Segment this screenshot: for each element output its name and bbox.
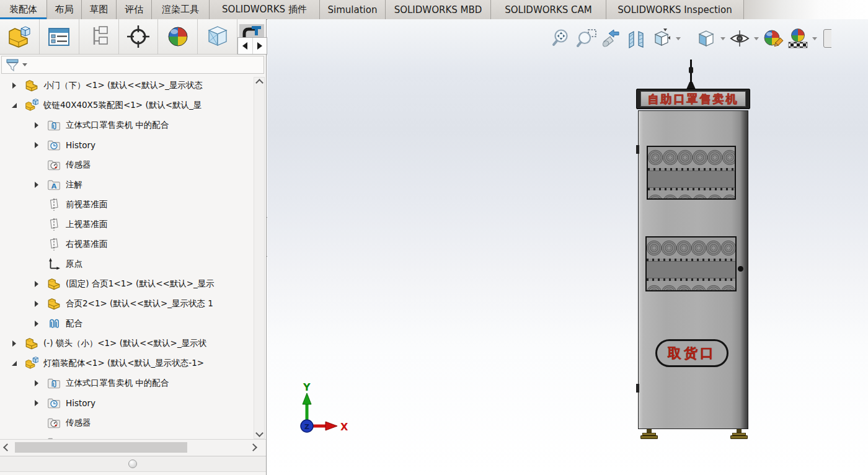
tree-item-mates-in-parent[interactable]: 立体式口罩售卖机 中的配合	[0, 373, 267, 393]
tree-item-sensors[interactable]: 传感器	[0, 155, 267, 175]
pickup-port[interactable]: 取货口	[655, 339, 728, 367]
command-toolbar	[0, 19, 267, 55]
hide-show-items-button[interactable]	[728, 27, 751, 50]
machine-foot-left	[640, 429, 658, 440]
zoom-to-area-button[interactable]	[575, 27, 599, 50]
machine-sign[interactable]: 自助口罩售卖机	[636, 89, 750, 109]
machine-antenna-node	[689, 67, 693, 73]
tree-item-sensors[interactable]: 传感器	[0, 413, 267, 433]
display-style-dropdown[interactable]	[719, 37, 727, 40]
section-view-button[interactable]	[625, 27, 649, 50]
flyout-right-arrow-button[interactable]	[253, 38, 267, 54]
dispenser-window-lower[interactable]	[645, 236, 737, 291]
edit-appearance-button[interactable]	[761, 27, 785, 50]
expand-arrow[interactable]	[30, 142, 43, 148]
filter-dropdown-caret[interactable]	[22, 63, 27, 66]
tree-item-top-plane[interactable]: 上视基准面	[0, 215, 267, 234]
assembly-part-button[interactable]	[0, 19, 40, 54]
tab-sw-cam[interactable]: SOLIDWORKS CAM	[491, 0, 606, 19]
view-orientation-icon	[651, 28, 672, 49]
tree-item-hinge-assembly[interactable]: 铰链40X40X5装配图<1> (默认<默认_显	[0, 95, 267, 115]
expand-arrow[interactable]	[30, 400, 43, 406]
tab-sw-addins[interactable]: SOLIDWORKS 插件	[210, 0, 320, 19]
view-settings-button[interactable]	[823, 29, 831, 48]
tree-item-history[interactable]: History	[0, 135, 267, 155]
left-arrow-icon	[242, 42, 247, 50]
display-style-button[interactable]	[694, 27, 718, 50]
tab-layout[interactable]: 布局	[47, 0, 82, 19]
expand-arrow[interactable]	[7, 82, 21, 89]
splitter-grip-icon[interactable]	[128, 459, 137, 468]
mates-folder-icon	[47, 376, 61, 390]
view-orientation-dropdown[interactable]	[675, 37, 682, 40]
glass-cube-button[interactable]	[198, 19, 237, 54]
component-list-icon	[46, 24, 72, 50]
expand-arrow[interactable]	[30, 321, 43, 327]
tree-filter-bar[interactable]	[1, 56, 264, 74]
tree-item-history[interactable]: History	[0, 393, 267, 413]
tab-evaluate[interactable]: 评估	[117, 0, 152, 19]
view-settings-icon	[823, 29, 831, 48]
annotations-folder-icon	[47, 178, 61, 192]
panel-bottom-splitter[interactable]	[0, 456, 267, 472]
machine-cabinet[interactable]: 取货口	[638, 110, 748, 429]
tree-item-partial[interactable]	[0, 433, 267, 439]
expand-arrow[interactable]	[30, 182, 43, 188]
component-list-button[interactable]	[40, 19, 79, 54]
smart-target-button[interactable]	[119, 19, 159, 54]
tree-item-hinge-leaf-1[interactable]: (固定) 合页1<1> (默认<<默认>_显示	[0, 274, 267, 294]
mates-icon	[47, 317, 61, 331]
tree-item-right-plane[interactable]: 右视基准面	[0, 234, 267, 254]
zoom-to-fit-icon	[552, 28, 573, 49]
tab-sketch[interactable]: 草图	[82, 0, 117, 19]
apply-scene-button[interactable]	[786, 27, 810, 50]
tree-item-lightbox-assembly[interactable]: 灯箱装配体<1> (默认<默认_显示状态-1>	[0, 353, 267, 373]
tab-render-tools[interactable]: 渲染工具	[152, 0, 210, 19]
part-icon	[25, 337, 38, 350]
expand-arrow[interactable]	[30, 122, 43, 128]
scroll-down-icon[interactable]	[255, 429, 264, 437]
zoom-to-fit-button[interactable]	[551, 27, 574, 50]
vending-machine-model[interactable]: 自助口罩售卖机 取货口	[634, 60, 753, 443]
part-icon	[47, 297, 61, 311]
tree-item-door[interactable]: 小门（下）<1> (默认<<默认>_显示状态	[0, 76, 267, 95]
dispenser-window-upper[interactable]	[647, 146, 736, 200]
tree-item-front-plane[interactable]: 前视基准面	[0, 195, 267, 215]
component-pattern-button[interactable]	[79, 19, 119, 54]
expand-arrow[interactable]	[7, 340, 21, 347]
coordinate-triad: Y X Z	[291, 383, 351, 438]
scroll-left-icon[interactable]	[3, 443, 11, 451]
tab-sw-mbd[interactable]: SOLIDWORKS MBD	[386, 0, 491, 19]
graphics-viewport[interactable]	[267, 19, 868, 475]
tree-item-lock[interactable]: (-) 锁头（小）<1> (默认<<默认>_显示状	[0, 334, 267, 353]
scroll-up-icon[interactable]	[255, 79, 264, 87]
tree-item-hinge-leaf-2[interactable]: 合页2<1> (默认<<默认>_显示状态 1	[0, 294, 267, 314]
collapse-arrow[interactable]	[7, 103, 21, 108]
tree-horizontal-scrollbar[interactable]	[0, 439, 267, 455]
scrollbar-thumb[interactable]	[15, 442, 187, 453]
collapse-arrow[interactable]	[7, 361, 21, 366]
previous-view-button[interactable]	[600, 27, 624, 50]
tab-assembly[interactable]: 装配体	[0, 0, 47, 19]
tree-vertical-scrollbar[interactable]	[254, 77, 265, 439]
scroll-right-icon[interactable]	[249, 443, 257, 451]
tabbar-filler	[744, 0, 868, 19]
expand-arrow[interactable]	[30, 281, 43, 287]
door-knob[interactable]	[738, 266, 743, 272]
apply-scene-dropdown[interactable]	[811, 37, 818, 40]
hide-show-items-dropdown[interactable]	[753, 37, 760, 40]
edit-appearance-icon	[763, 28, 784, 49]
display-style-icon	[696, 28, 717, 49]
appearance-sphere-button[interactable]	[158, 19, 198, 54]
tab-sw-inspection[interactable]: SOLIDWORKS Inspection	[606, 0, 744, 19]
tree-item-annotations[interactable]: 注解	[0, 175, 267, 195]
tree-item-mates-in-parent[interactable]: 立体式口罩售卖机 中的配合	[0, 115, 267, 135]
tree-item-mates[interactable]: 配合	[0, 314, 267, 334]
flyout-left-arrow-button[interactable]	[238, 38, 253, 54]
tree-item-origin[interactable]: 原点	[0, 254, 267, 274]
dispenser-coils	[647, 281, 735, 290]
view-orientation-button[interactable]	[650, 27, 673, 50]
tab-simulation[interactable]: Simulation	[320, 0, 386, 19]
expand-arrow[interactable]	[30, 301, 43, 307]
expand-arrow[interactable]	[30, 380, 43, 386]
